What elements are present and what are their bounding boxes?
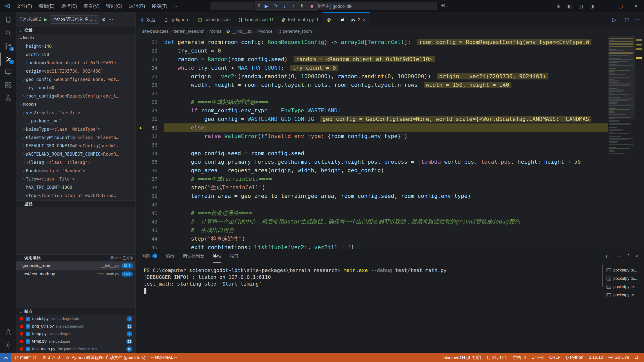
notifications-bell[interactable] xyxy=(632,353,641,362)
panel-tab-问题[interactable]: 问题3 xyxy=(142,249,157,263)
variable-row[interactable]: MAX_TRY_COUNT = 1000 xyxy=(16,183,135,191)
breadcrumb-item[interactable]: site-packages xyxy=(142,29,169,34)
variable-row[interactable]: ›PlanetaryWindConfig = <class 'Planeta… xyxy=(16,133,135,142)
scrollbar-thumb[interactable] xyxy=(602,264,603,287)
cursor-position[interactable]: 行 31, 列 1 xyxy=(484,353,510,362)
breadcrumb-item[interactable]: __init__.py xyxy=(226,29,252,34)
terminal-list-item[interactable]: pocketpy te... xyxy=(604,291,644,299)
toggle-secondary-sidebar-icon[interactable]: ◨ xyxy=(586,0,597,12)
command-center-search[interactable]: [扩展开发宿主] godot-ldtk xyxy=(211,2,437,10)
menu-item-2[interactable]: 选择(S) xyxy=(58,0,80,12)
problems-status[interactable]: ⊗3⚠0 xyxy=(39,353,62,362)
terminal-list-item[interactable]: pocketpy te... xyxy=(604,274,644,283)
breakpoint-row[interactable]: ✓model.pysite-packages\wfc6 xyxy=(16,315,135,323)
variable-row[interactable]: ›vec2i = <class 'vec2i'> xyxy=(16,108,135,117)
variables-header[interactable]: ⌄ 变量 xyxy=(16,27,135,34)
breakpoint-row[interactable]: ✓png_utils.pysite-packages\wfc11 xyxy=(16,323,135,330)
menu-item-3[interactable]: 查看(V) xyxy=(80,0,103,12)
variable-row[interactable]: ›DEFAULT_GEO_CONFIG = GeoConfig(seed=1… xyxy=(16,142,135,150)
restart-button[interactable]: ↻ xyxy=(299,2,307,10)
variables-group-globals[interactable]: ⌄globals xyxy=(16,100,135,108)
breadcrumb-item[interactable]: generate_room xyxy=(277,29,312,34)
variable-row[interactable]: ›WASTELAND_ROOM_REQUEST_CONFIG = RoomR… xyxy=(16,150,135,158)
breakpoint-checkbox[interactable]: ✓ xyxy=(26,324,30,329)
eol[interactable]: CRLF xyxy=(546,353,563,362)
maximize-button[interactable]: ▢ xyxy=(613,0,628,12)
activity-extensions[interactable] xyxy=(0,79,16,92)
breadcrumb-item[interactable]: Pylance xyxy=(257,29,272,34)
terminal-output[interactable]: PS C:\computer_science\godot-ldtk\site-p… xyxy=(136,263,601,353)
encoding[interactable]: UTF-8 xyxy=(529,353,546,362)
panel-tab-终端[interactable]: 终端 xyxy=(213,249,221,263)
indentation[interactable]: 空格: 4 xyxy=(510,353,529,362)
variable-row[interactable]: ›geo_config = GeoConfig(seed=None, wor… xyxy=(16,75,135,83)
breakpoint-checkbox[interactable]: ✓ xyxy=(26,339,30,344)
tab-.gdignore[interactable]: .gdignore xyxy=(160,12,194,27)
variable-row[interactable]: ›TileTag = <class 'TileTag'> xyxy=(16,158,135,166)
activity-accounts[interactable] xyxy=(0,325,16,338)
minimap[interactable] xyxy=(608,36,635,249)
breakpoint-row[interactable]: ✓temp.pysite-packages1 xyxy=(16,330,135,338)
breadcrumb-item[interactable]: terrain_research xyxy=(173,29,205,34)
menu-item-6[interactable]: 终端(T) xyxy=(148,0,171,12)
layout-grid-icon[interactable]: ⊞ xyxy=(553,0,564,12)
step-into-button[interactable]: ↓ xyxy=(280,2,289,10)
variable-row[interactable]: random = <Random object at 0x1bf9d01e… xyxy=(16,59,135,67)
breakpoint-checkbox[interactable]: ✓ xyxy=(26,317,30,321)
tab-欢迎[interactable]: 欢迎 xyxy=(136,12,160,27)
variable-row[interactable]: try_count = 0 xyxy=(16,83,135,92)
call-stack-header[interactable]: ⌄ 调用堆栈 因 step 已暂停 xyxy=(16,254,135,261)
panel-tab-输出[interactable]: 输出 xyxy=(166,249,174,263)
debug-configuration-select[interactable]: Python 调试程序: 启... ⌄ xyxy=(50,15,99,24)
variable-row[interactable]: __package__ = '' xyxy=(16,117,135,125)
toggle-primary-sidebar-icon[interactable]: ◧ xyxy=(564,0,575,12)
variable-row[interactable]: stop = <function stop at 0x1bf8d716d… xyxy=(16,191,135,200)
panel-maximize[interactable]: ⌃ xyxy=(626,253,630,259)
debug-status[interactable]: Python 调试程序: 启动文件 (godot-ldtk) xyxy=(63,353,148,362)
activity-explorer[interactable] xyxy=(0,13,16,26)
panel-more-actions[interactable]: ⋯ xyxy=(617,253,621,259)
terminal-list-item[interactable]: pocketpy te... xyxy=(604,283,644,291)
step-out-button[interactable]: ↑ xyxy=(290,2,298,10)
tab-test_math.py[interactable]: test_math.py1 xyxy=(277,12,323,27)
gear-icon[interactable]: ⚙ xyxy=(102,17,106,22)
menu-item-0[interactable]: 文件(F) xyxy=(13,0,35,12)
activity-source-control[interactable]: 3 xyxy=(0,39,16,53)
panel-layout[interactable]: ◫⌄ xyxy=(604,253,612,259)
panel-tab-端口[interactable]: 端口 xyxy=(230,249,238,263)
menu-item-5[interactable]: 运行(R) xyxy=(126,0,148,12)
variable-row[interactable]: ›Random = <class 'Random'> xyxy=(16,166,135,175)
tab-launch.json[interactable]: {}launch.jsonU xyxy=(234,12,277,27)
breakpoint-row[interactable]: ✓test_math.pysite-packages\terrain_res…1… xyxy=(16,345,135,353)
vim-mode[interactable]: -- NORMAL -- xyxy=(148,353,180,362)
language-mode[interactable]: {} Python xyxy=(563,353,586,362)
code-content[interactable]: 2021def generate_room(room_config: RoomR… xyxy=(136,36,608,249)
breakpoint-row[interactable]: ✓temp.pysite-packages58 xyxy=(16,338,135,345)
minimap-slider[interactable] xyxy=(608,36,635,119)
gitlens-blame[interactable]: blueloveTH (3 周前) xyxy=(441,353,484,362)
breadcrumb-item[interactable]: rooms xyxy=(209,29,221,34)
panel-tab-调试控制台[interactable]: 调试控制台 xyxy=(183,249,204,263)
terminal-list-item[interactable]: pocketpy te... xyxy=(604,266,644,274)
activity-manage[interactable] xyxy=(0,338,16,351)
variable-row[interactable]: height = 140 xyxy=(16,42,135,50)
close-button[interactable]: × xyxy=(628,0,644,12)
variable-row[interactable]: width = 150 xyxy=(16,50,135,59)
copilot-menu[interactable]: ⌄ xyxy=(441,3,449,8)
start-debugging-icon[interactable]: ▶ xyxy=(44,17,48,22)
minimize-button[interactable]: ─ xyxy=(597,0,613,12)
step-over-button[interactable]: ↷ xyxy=(271,2,280,10)
remote-indicator[interactable]: >< xyxy=(0,353,11,362)
close-icon[interactable]: × xyxy=(363,17,366,22)
tab-settings.json[interactable]: {}settings.json xyxy=(194,12,234,27)
panel-close[interactable]: × xyxy=(635,254,638,259)
variable-row[interactable]: origin = vec2i(7205730, 9024468) xyxy=(16,67,135,75)
activity-testing[interactable] xyxy=(0,92,16,105)
python-version[interactable]: 3.10.10 xyxy=(586,353,606,362)
variable-row[interactable]: ›Tile = <class 'Tile'> xyxy=(16,175,135,183)
activity-remote-explorer[interactable] xyxy=(0,66,16,79)
menu-item-4[interactable]: 转到(G) xyxy=(103,0,126,12)
branch-status[interactable]: main* xyxy=(11,353,39,362)
call-stack-frame[interactable]: test/test_math.pytest_math.py16:1 xyxy=(16,270,135,278)
code-editor[interactable]: 2021def generate_room(room_config: RoomR… xyxy=(136,36,644,249)
